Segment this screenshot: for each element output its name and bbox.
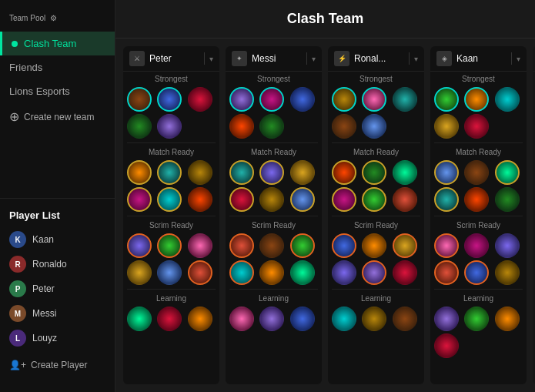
champ-avatar	[362, 187, 386, 212]
player-list-title: Player List	[0, 206, 115, 227]
champ-avatar	[434, 307, 459, 331]
champ-avatar	[393, 233, 417, 258]
scrim-ready-label-kaan: Scrim Ready	[430, 218, 527, 231]
chevron-down-icon[interactable]: ▾	[414, 55, 418, 63]
strongest-grid-kaan	[430, 85, 527, 141]
scrim-ready-label-ronaldo: Scrim Ready	[328, 218, 424, 231]
scrim-ready-grid-peter	[123, 231, 219, 287]
player-item-louyz[interactable]: L Louyz	[0, 326, 115, 350]
player-name-messi: Messi	[32, 308, 56, 319]
chevron-down-icon[interactable]: ▾	[517, 55, 520, 63]
col-name-ronaldo: Ronal...	[354, 53, 404, 64]
create-player-button[interactable]: 👤+ Create Player	[0, 353, 115, 377]
learning-grid-peter	[123, 304, 219, 333]
champ-avatar	[259, 187, 284, 212]
champ-avatar	[495, 260, 520, 285]
champ-avatar	[290, 160, 315, 185]
col-name-messi: Messi	[252, 53, 302, 64]
strongest-label-ronaldo: Strongest	[328, 72, 424, 85]
strongest-grid-ronaldo	[328, 85, 424, 141]
champ-avatar	[290, 260, 315, 285]
champ-avatar	[127, 87, 152, 112]
learning-grid-kaan	[430, 304, 527, 360]
strongest-label-kaan: Strongest	[430, 72, 527, 85]
team-nav: Clash Team Friends Lions Esports ⊕ Creat…	[0, 32, 115, 130]
champ-avatar	[229, 87, 254, 112]
page-title: Clash Team	[287, 11, 364, 26]
player-item-messi[interactable]: M Messi	[0, 301, 115, 326]
champ-avatar	[157, 87, 182, 112]
champ-avatar	[464, 307, 489, 331]
champ-avatar	[434, 233, 459, 258]
champ-avatar	[362, 307, 386, 331]
match-ready-grid-messi	[226, 158, 322, 214]
champ-avatar	[259, 160, 284, 185]
main-header: Clash Team	[115, 0, 535, 39]
champ-avatar	[362, 87, 386, 112]
sidebar-item-clash[interactable]: Clash Team	[0, 32, 115, 55]
match-ready-label-kaan: Match Ready	[430, 145, 527, 158]
champ-avatar	[188, 233, 212, 258]
champ-avatar	[464, 187, 489, 212]
sidebar-item-label: Lions Esports	[9, 85, 70, 97]
champ-avatar	[434, 333, 459, 358]
champ-avatar	[434, 114, 459, 139]
champ-avatar	[434, 160, 459, 185]
champ-avatar	[259, 260, 284, 285]
avatar-louyz: L	[9, 330, 26, 347]
sidebar-item-friends[interactable]: Friends	[0, 55, 115, 79]
chevron-down-icon[interactable]: ▾	[209, 55, 213, 63]
strongest-label-peter: Strongest	[123, 72, 219, 85]
champ-avatar	[229, 114, 254, 139]
player-columns: ⚔ Peter ▾ Strongest Match Ready	[115, 39, 535, 392]
chevron-down-icon[interactable]: ▾	[312, 55, 316, 63]
champ-avatar	[332, 187, 356, 212]
learning-grid-ronaldo	[328, 304, 424, 333]
champ-avatar	[127, 307, 152, 331]
champ-avatar	[393, 307, 417, 331]
player-name-peter: Peter	[32, 283, 55, 294]
champ-avatar	[157, 187, 182, 212]
champ-avatar	[290, 187, 315, 212]
champ-avatar	[229, 160, 254, 185]
player-item-peter[interactable]: P Peter	[0, 276, 115, 301]
champ-avatar	[464, 160, 489, 185]
scrim-ready-label-messi: Scrim Ready	[226, 218, 322, 231]
avatar-kaan: K	[9, 231, 26, 248]
column-messi: ✦ Messi ▾ Strongest Match Ready	[226, 46, 322, 384]
champ-avatar	[393, 187, 417, 212]
scrim-ready-grid-ronaldo	[328, 231, 424, 287]
plus-icon: ⊕	[9, 109, 19, 124]
champ-avatar	[229, 187, 254, 212]
champ-avatar	[259, 233, 284, 258]
scrim-ready-grid-kaan	[430, 231, 527, 287]
champ-avatar	[434, 260, 459, 285]
create-new-team-button[interactable]: ⊕ Create new team	[0, 103, 115, 130]
strongest-grid-messi	[226, 85, 322, 141]
player-item-kaan[interactable]: K Kaan	[0, 227, 115, 252]
match-ready-label-peter: Match Ready	[123, 145, 219, 158]
player-item-ronaldo[interactable]: R Ronaldo	[0, 252, 115, 276]
create-team-label: Create new team	[24, 112, 94, 122]
champ-avatar	[464, 260, 489, 285]
champ-avatar	[259, 114, 284, 139]
match-ready-grid-kaan	[430, 158, 527, 214]
champ-avatar	[290, 233, 315, 258]
champ-avatar	[332, 87, 356, 112]
active-indicator	[12, 41, 18, 47]
champ-avatar	[393, 160, 417, 185]
champ-avatar	[157, 114, 182, 139]
champ-avatar	[495, 187, 520, 212]
sidebar-item-lions[interactable]: Lions Esports	[0, 79, 115, 103]
champ-avatar	[464, 233, 489, 258]
champ-avatar	[495, 87, 520, 112]
learning-label-messi: Learning	[226, 291, 322, 304]
champ-avatar	[157, 307, 182, 331]
col-header-kaan: ◈ Kaan ▾	[430, 46, 527, 72]
champ-avatar	[188, 87, 212, 112]
champ-avatar	[434, 187, 459, 212]
champ-avatar	[362, 233, 386, 258]
player-name-ronaldo: Ronaldo	[32, 259, 67, 270]
col-header-messi: ✦ Messi ▾	[226, 46, 322, 72]
learning-label-ronaldo: Learning	[328, 291, 424, 304]
